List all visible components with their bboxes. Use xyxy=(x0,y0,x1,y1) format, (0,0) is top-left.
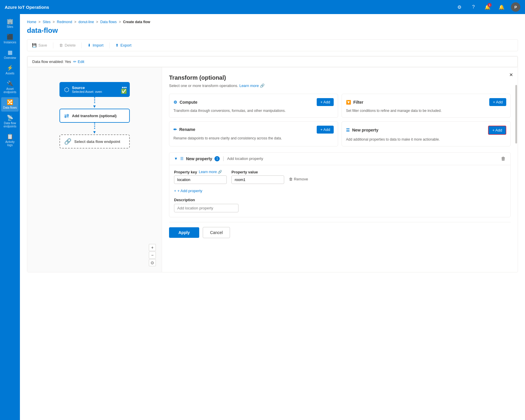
breadcrumb-sites[interactable]: Sites xyxy=(43,20,51,24)
remove-icon: 🗑 xyxy=(289,177,293,181)
canvas-panel-layout: ⬡ Source Selected Asset: oven ••• ✅ xyxy=(27,67,518,272)
sidebar-item-instances[interactable]: ⬛ Instances xyxy=(1,32,19,46)
property-value-col: Property value xyxy=(231,170,284,184)
sidebar-item-label-overview: Overview xyxy=(4,56,16,59)
export-button[interactable]: ⬆ Export xyxy=(113,41,134,49)
new-property-add-button[interactable]: + Add xyxy=(488,126,506,135)
endpoint-node[interactable]: 🔗 Select data flow endpoint xyxy=(59,134,130,148)
toolbar-separator2 xyxy=(81,42,82,48)
sidebar: 🏢 Sites ⬛ Instances ▦ Overview ⚡ Assets … xyxy=(0,14,20,420)
remove-property-button[interactable]: 🗑 Remove xyxy=(289,177,308,181)
transform-node[interactable]: ⇄ Add transform (optional) xyxy=(59,109,130,123)
overview-icon: ▦ xyxy=(8,50,13,55)
compute-card: ⚙ Compute + Add Transform data through c… xyxy=(169,94,338,118)
transform-node-icon: ⇄ xyxy=(64,112,69,119)
sidebar-item-assets[interactable]: ⚡ Assets xyxy=(1,63,19,77)
sidebar-item-label-data-flows: Data flows xyxy=(3,106,17,109)
panel-close-button[interactable]: ✕ xyxy=(509,72,513,78)
delete-button[interactable]: 🗑 Delete xyxy=(57,41,78,49)
top-nav: Azure IoT Operations ⚙ ? 🔔 1 🔔 P xyxy=(0,0,525,14)
main-panel-wrapper: Data flow enabled: Yes ✏ Edit ⬡ Source xyxy=(27,56,518,272)
toolbar-separator3 xyxy=(109,42,110,48)
help-button[interactable]: ? xyxy=(469,2,478,12)
description-input[interactable] xyxy=(174,204,238,212)
avatar[interactable]: P xyxy=(511,2,520,12)
settings-button[interactable]: ⚙ xyxy=(455,2,464,12)
toolbar-separator xyxy=(53,42,53,48)
property-value-input[interactable] xyxy=(231,175,284,184)
source-node-title: Source xyxy=(72,86,125,90)
property-key-learn-more-link[interactable]: Learn more 🔗 xyxy=(199,170,222,174)
new-property-header[interactable]: ▼ ☰ New property 1 Add location property… xyxy=(169,153,510,165)
save-icon: 💾 xyxy=(32,43,37,47)
sites-icon: 🏢 xyxy=(7,19,13,24)
apply-button[interactable]: Apply xyxy=(169,227,199,238)
sidebar-item-data-flows[interactable]: 🔀 Data flows xyxy=(1,97,19,112)
rename-icon: ✏ xyxy=(173,127,177,132)
new-property-card-header: ☰ New property + Add xyxy=(346,126,506,135)
property-key-value-row: Property key Learn more 🔗 xyxy=(174,170,506,184)
sidebar-item-sites[interactable]: 🏢 Sites xyxy=(1,16,19,31)
prop-divider xyxy=(223,156,224,161)
panel-scrollbar[interactable] xyxy=(515,85,517,144)
import-icon: ⬇ xyxy=(88,43,91,47)
app-body: 🏢 Sites ⬛ Instances ▦ Overview ⚡ Assets … xyxy=(0,14,525,420)
notifications-button[interactable]: 🔔 1 xyxy=(483,2,492,12)
zoom-in-button[interactable]: + xyxy=(149,244,156,251)
property-key-col: Property key Learn more 🔗 xyxy=(174,170,227,184)
compute-add-button[interactable]: + Add xyxy=(317,98,334,106)
arrow-down-icon-1: ▼ xyxy=(93,104,97,109)
breadcrumb-redmond[interactable]: Redmond xyxy=(57,20,72,24)
sidebar-item-asset-endpoints[interactable]: 🔌 Asset endpoints xyxy=(1,78,19,96)
breadcrumb-data-flows[interactable]: Data flows xyxy=(100,20,117,24)
filter-icon: 🔽 xyxy=(346,100,351,105)
zoom-out-button[interactable]: − xyxy=(149,252,156,259)
rename-add-button[interactable]: + Add xyxy=(317,126,334,134)
connector-2: ▼ xyxy=(94,123,95,134)
delete-property-button[interactable]: 🗑 xyxy=(501,156,506,161)
filter-add-button[interactable]: + Add xyxy=(489,98,506,106)
connector-line-2: ▼ xyxy=(93,123,97,134)
cancel-button[interactable]: Cancel xyxy=(203,227,230,238)
compute-card-header: ⚙ Compute + Add xyxy=(173,98,334,106)
compute-icon: ⚙ xyxy=(173,100,177,105)
sidebar-item-label-sites: Sites xyxy=(7,25,13,28)
connector-line-1: ▼ xyxy=(93,97,97,109)
new-property-icon: ☰ xyxy=(346,128,350,132)
rename-card: ✏ Rename + Add Rename datapoints to ensu… xyxy=(169,121,338,146)
source-node-label: Selected Asset: oven xyxy=(72,90,125,93)
flow-enabled-label: Data flow enabled: Yes xyxy=(32,59,71,64)
zoom-reset-button[interactable]: ⊙ xyxy=(149,259,156,266)
enabled-bar: Data flow enabled: Yes ✏ Edit xyxy=(27,56,518,67)
save-button[interactable]: 💾 Save xyxy=(30,41,50,49)
new-property-card-desc: Add additional properties to data to mak… xyxy=(346,137,506,142)
edit-button[interactable]: ✏ Edit xyxy=(73,59,84,64)
sidebar-item-overview[interactable]: ▦ Overview xyxy=(1,47,19,62)
panel-subtitle: Select one or more transform operations.… xyxy=(169,83,511,88)
sidebar-item-label-asset-endpoints: Asset endpoints xyxy=(2,87,18,94)
sidebar-item-data-flow-endpoints[interactable]: 📡 Data flow endpoints xyxy=(1,113,19,130)
connector-1: ▼ xyxy=(94,97,95,109)
source-node[interactable]: ⬡ Source Selected Asset: oven ••• ✅ xyxy=(59,82,130,97)
page-title: data-flow xyxy=(27,26,518,35)
learn-more-link[interactable]: Learn more 🔗 xyxy=(239,83,265,88)
breadcrumb-donut-line[interactable]: donut-line xyxy=(79,20,94,24)
new-property-card-title: ☰ New property xyxy=(346,128,378,132)
property-key-input[interactable] xyxy=(174,175,227,184)
settings2-button[interactable]: 🔔 xyxy=(497,2,506,12)
new-property-body: Property key Learn more 🔗 xyxy=(169,165,510,217)
instances-icon: ⬛ xyxy=(7,34,13,40)
sidebar-item-activity-logs[interactable]: 📋 Activity logs xyxy=(1,132,19,149)
sidebar-item-label-data-flow-endpoints: Data flow endpoints xyxy=(2,122,18,128)
assets-icon: ⚡ xyxy=(7,65,13,71)
filter-card-title: 🔽 Filter xyxy=(346,100,363,105)
add-property-button[interactable]: + + Add property xyxy=(174,189,202,193)
endpoint-node-title: Select data flow endpoint xyxy=(74,139,125,144)
breadcrumb-home[interactable]: Home xyxy=(27,20,36,24)
import-button[interactable]: ⬇ Import xyxy=(85,41,106,49)
compute-card-desc: Transform data through conversions, form… xyxy=(173,108,334,113)
app-title: Azure IoT Operations xyxy=(5,5,451,10)
ops-grid: ⚙ Compute + Add Transform data through c… xyxy=(169,94,511,146)
breadcrumb: Home > Sites > Redmond > donut-line > Da… xyxy=(27,20,518,24)
sidebar-item-label-activity-logs: Activity logs xyxy=(2,140,18,147)
